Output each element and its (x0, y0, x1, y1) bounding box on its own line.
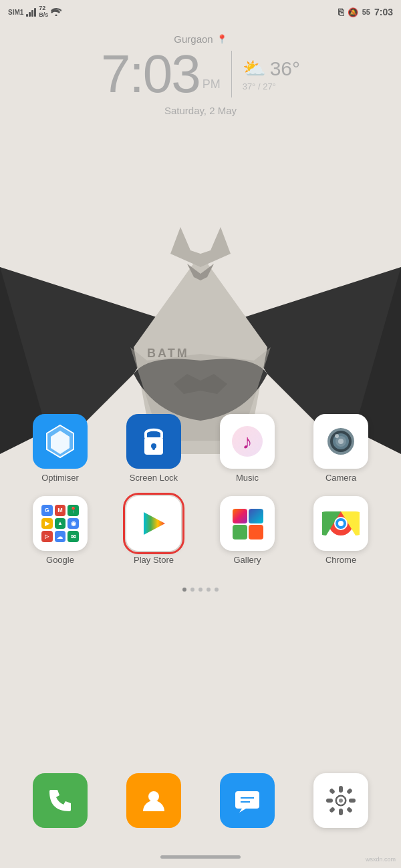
svg-rect-16 (249, 525, 263, 539)
page-dots (0, 588, 401, 592)
chrome-label: Chrome (325, 555, 356, 565)
page-dot-5[interactable] (215, 588, 219, 592)
svg-point-20 (338, 521, 344, 526)
location-display: Gurgaon 📍 (0, 33, 401, 45)
cloud-icon: ⛅ (243, 57, 266, 79)
weather-top: ⛅ 36° (243, 57, 300, 80)
page-dot-1[interactable] (182, 588, 186, 592)
watermark: wsxdn.com (366, 856, 396, 863)
svg-rect-15 (233, 525, 247, 539)
svg-rect-27 (339, 809, 343, 815)
bottom-dock (0, 773, 401, 828)
music-label: Music (236, 473, 259, 483)
page-dot-2[interactable] (190, 588, 194, 592)
status-left: SIM1 72B/s (8, 5, 61, 19)
svg-text:BATM: BATM (147, 347, 189, 360)
clock-ampm: PM (203, 77, 221, 91)
playstore-icon[interactable] (126, 496, 181, 551)
time-display: 7:03 (374, 7, 393, 17)
bluetooth-icon: ⎘ (338, 7, 344, 17)
svg-rect-3 (152, 446, 155, 450)
contacts-icon[interactable] (126, 773, 181, 828)
clock-time: 7:03 (101, 47, 200, 101)
svg-point-11 (335, 434, 339, 438)
dock-item-messages[interactable] (220, 773, 275, 828)
app-item-camera[interactable]: Camera (303, 414, 380, 483)
camera-label: Camera (325, 473, 356, 483)
svg-rect-33 (346, 807, 353, 813)
page-dot-4[interactable] (207, 588, 211, 592)
app-grid: Optimiser Screen Lock (0, 414, 401, 578)
svg-point-21 (148, 791, 159, 802)
home-indicator[interactable] (160, 855, 241, 859)
chrome-icon[interactable] (313, 496, 368, 551)
clock-row: 7:03 PM ⛅ 36° 37° / 27° (0, 47, 401, 101)
location-name: Gurgaon (174, 33, 213, 45)
svg-rect-22 (235, 791, 259, 809)
date-display: Saturday, 2 May (0, 105, 401, 116)
alarm-icon: 🔕 (348, 7, 358, 17)
page-dot-3[interactable] (198, 588, 203, 592)
app-item-music[interactable]: ♪ Music (209, 414, 286, 483)
camera-icon[interactable] (313, 414, 368, 469)
messages-icon[interactable] (220, 773, 275, 828)
dock-item-phone[interactable] (33, 773, 88, 828)
app-item-google[interactable]: G M 📍 ▶ ▲ ◉ ▷ ☁ ✉ Google (22, 496, 99, 565)
optimiser-icon[interactable] (33, 414, 88, 469)
svg-rect-31 (346, 788, 353, 795)
svg-rect-32 (329, 807, 336, 813)
music-icon[interactable]: ♪ (220, 414, 275, 469)
gallery-icon[interactable] (220, 496, 275, 551)
svg-rect-13 (233, 509, 247, 523)
battery-indicator: 55 (362, 8, 370, 16)
app-row-2: G M 📍 ▶ ▲ ◉ ▷ ☁ ✉ Google (13, 496, 388, 565)
svg-point-10 (338, 439, 344, 444)
screenlock-label: Screen Lock (130, 473, 178, 483)
temperature-main: 36° (270, 57, 300, 80)
gallery-label: Gallery (233, 555, 261, 565)
app-item-screenlock[interactable]: Screen Lock (116, 414, 192, 483)
clock-divider (231, 51, 232, 97)
temp-range: 37° / 27° (243, 81, 276, 91)
network-speed: 72B/s (39, 5, 48, 19)
svg-rect-14 (249, 509, 263, 523)
google-label: Google (46, 555, 74, 565)
svg-text:♪: ♪ (243, 431, 253, 453)
svg-rect-29 (349, 799, 356, 803)
phone-icon[interactable] (33, 773, 88, 828)
svg-rect-28 (326, 799, 333, 803)
app-item-playstore[interactable]: Play Store (116, 496, 192, 565)
svg-point-35 (339, 799, 343, 803)
svg-rect-30 (329, 788, 336, 795)
dock-item-contacts[interactable] (126, 773, 181, 828)
app-item-gallery[interactable]: Gallery (209, 496, 286, 565)
svg-marker-12 (144, 512, 165, 535)
google-icon[interactable]: G M 📍 ▶ ▲ ◉ ▷ ☁ ✉ (33, 496, 88, 551)
screenlock-icon[interactable] (126, 414, 181, 469)
carrier-label: SIM1 (8, 9, 23, 16)
wifi-icon (51, 7, 61, 17)
app-item-optimiser[interactable]: Optimiser (22, 414, 99, 483)
optimiser-label: Optimiser (41, 473, 79, 483)
dock-item-settings[interactable] (313, 773, 368, 828)
location-pin-icon: 📍 (217, 34, 227, 44)
status-right: ⎘ 🔕 55 7:03 (338, 7, 393, 17)
clock-area: Gurgaon 📍 7:03 PM ⛅ 36° 37° / 27° Saturd… (0, 33, 401, 116)
svg-rect-26 (339, 786, 343, 793)
playstore-label: Play Store (134, 555, 174, 565)
app-row-1: Optimiser Screen Lock (13, 414, 388, 483)
app-item-chrome[interactable]: Chrome (303, 496, 380, 565)
signal-bars (26, 7, 36, 17)
status-bar: SIM1 72B/s ⎘ 🔕 55 7:03 (0, 0, 401, 24)
settings-icon[interactable] (313, 773, 368, 828)
weather-info: ⛅ 36° 37° / 27° (243, 57, 300, 91)
